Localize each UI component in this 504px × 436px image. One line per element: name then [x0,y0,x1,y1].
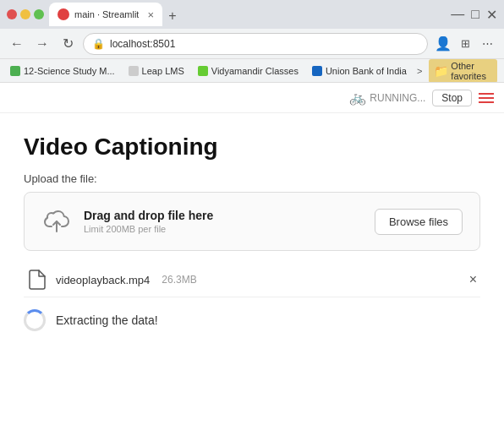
stop-button[interactable]: Stop [432,90,472,106]
dropzone[interactable]: Drag and drop file here Limit 200MB per … [24,192,480,251]
extensions-button[interactable]: ⊞ [455,34,475,54]
bookmark-favicon [10,66,20,76]
streamlit-status-bar: 🚲 RUNNING... Stop [0,83,504,113]
page-title: Video Captioning [24,134,480,161]
file-name: videoplayback.mp4 [56,274,150,286]
refresh-button[interactable]: ↻ [58,34,78,54]
browser-frame: main · Streamlit × + — □ ✕ ← → ↻ 🔒 local… [0,0,504,436]
dropzone-left: Drag and drop file here Limit 200MB per … [41,206,213,237]
restore-icon[interactable]: □ [471,7,479,23]
drag-drop-text: Drag and drop file here [84,209,213,222]
minimize-icon[interactable]: — [451,7,464,23]
nav-icons: 👤 ⊞ ⋯ [433,34,497,54]
extracting-row: Extracting the data! [24,309,480,331]
new-tab-button[interactable]: + [162,6,183,26]
maximize-window-btn[interactable] [34,9,44,19]
bookmark-label: 12-Science Study M... [24,66,115,76]
tab-label: main · Streamlit [74,9,139,19]
file-remove-button[interactable]: × [469,272,477,287]
other-favorites-button[interactable]: 📁 Other favorites [429,59,497,83]
bookmark-item-science[interactable]: 12-Science Study M... [7,64,118,78]
address-text: localhost:8501 [110,38,175,50]
minimize-window-btn[interactable] [20,9,30,19]
bookmarks-bar: 12-Science Study M... Leap LMS Vidyamand… [0,59,504,83]
bookmark-label: Leap LMS [142,66,184,76]
bookmark-item-vidya[interactable]: Vidyamandir Classes [194,64,302,78]
file-icon [27,270,47,290]
browse-files-button[interactable]: Browse files [375,209,463,235]
bookmarks-more-button[interactable]: > [417,66,422,76]
file-size: 26.3MB [162,274,196,286]
file-limit-text: Limit 200MB per file [84,224,213,234]
bookmark-item-leap[interactable]: Leap LMS [125,64,188,78]
address-bar[interactable]: 🔒 localhost:8501 [83,33,428,55]
running-indicator: 🚲 RUNNING... [349,90,425,106]
page-content: Video Captioning Upload the file: Drag a… [0,113,504,436]
tab-bar: main · Streamlit × + [49,3,446,26]
bookmark-favicon [129,66,139,76]
ham-line [479,93,494,95]
title-bar: main · Streamlit × + — □ ✕ [0,0,504,29]
tab-close-btn[interactable]: × [147,8,154,21]
ham-line [479,97,494,99]
bookmark-label: Vidyamandir Classes [211,66,299,76]
nav-bar: ← → ↻ 🔒 localhost:8501 👤 ⊞ ⋯ [0,29,504,59]
bookmark-item-union[interactable]: Union Bank of India [309,64,410,78]
forward-button[interactable]: → [32,34,52,54]
lock-icon: 🔒 [92,38,105,50]
active-tab[interactable]: main · Streamlit × [49,3,162,26]
close-icon[interactable]: ✕ [486,7,497,23]
dropzone-text: Drag and drop file here Limit 200MB per … [84,209,213,234]
running-text: RUNNING... [370,92,425,104]
running-icon: 🚲 [349,90,366,106]
ham-line [479,101,494,103]
bookmark-favicon [312,66,322,76]
tab-favicon [58,8,69,20]
hamburger-menu-button[interactable] [479,93,494,103]
extracting-text: Extracting the data! [56,313,158,327]
file-item: videoplayback.mp4 26.3MB × [24,263,480,297]
upload-cloud-icon [41,206,72,237]
bookmark-favicon [198,66,208,76]
close-window-btn[interactable] [7,9,17,19]
other-favorites-label: Other favorites [451,61,492,81]
loading-spinner [24,309,46,331]
window-controls [7,9,44,19]
upload-label: Upload the file: [24,172,480,185]
bookmark-label: Union Bank of India [326,66,407,76]
profile-button[interactable]: 👤 [433,34,453,54]
back-button[interactable]: ← [7,34,27,54]
more-options-button[interactable]: ⋯ [477,34,497,54]
